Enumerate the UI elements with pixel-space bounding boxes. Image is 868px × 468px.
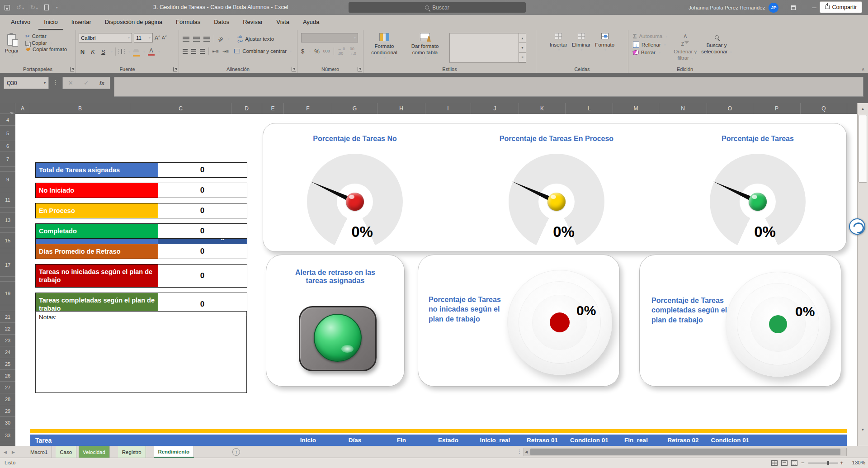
hscroll-splitter[interactable]: ⋮ — [517, 449, 522, 455]
percent-format-icon[interactable]: % — [314, 48, 320, 55]
row-header-17[interactable]: 17 — [0, 253, 15, 277]
row-header-13[interactable]: 13 — [0, 213, 15, 228]
collab-row-value[interactable]: 0 — [158, 183, 247, 198]
vertical-scroll-thumb[interactable] — [859, 115, 867, 183]
row-header-18[interactable] — [0, 277, 15, 282]
horizontal-scroll-thumb[interactable] — [530, 449, 840, 455]
menu-tab-disposición-de-página[interactable]: Disposición de página — [99, 15, 168, 30]
row-header-14[interactable] — [0, 228, 15, 233]
bottom-col-header-inicio-real[interactable]: Inicio_real — [471, 435, 519, 446]
font-name-select[interactable]: Calibri▾ — [79, 33, 132, 43]
alignment-dialog-launcher-icon[interactable] — [292, 67, 296, 71]
cell-styles-gallery[interactable]: ▲▼≡ — [449, 33, 526, 63]
sheet-tab-macro1[interactable]: Macro1 — [26, 446, 52, 458]
undo-icon[interactable]: ↺▾ — [16, 4, 24, 11]
row-header-4[interactable]: 4 — [0, 114, 15, 126]
align-center-icon[interactable] — [191, 49, 196, 54]
kpi-card-completed[interactable]: Porcentaje de Tareas completadas según e… — [639, 255, 841, 387]
collab-row-label[interactable]: Tareas no iniciadas según el plan de tra… — [35, 264, 158, 288]
row-header-15[interactable]: 15 — [0, 233, 15, 248]
ribbon-display-options-icon[interactable] — [783, 0, 804, 15]
collab-row-label[interactable]: En Proceso — [35, 203, 158, 218]
hscroll-left-icon[interactable]: ◀ — [525, 450, 528, 454]
alert-light-button[interactable] — [299, 306, 377, 371]
row-header-8[interactable] — [0, 167, 15, 172]
fill-button[interactable]: ↓Rellenar▾ — [631, 41, 669, 48]
select-all-corner[interactable] — [0, 103, 15, 114]
notes-box[interactable]: Notas: — [35, 311, 247, 393]
insert-function-icon[interactable]: fx — [99, 80, 105, 86]
collab-row-label[interactable]: Días Promedio de Retraso — [35, 244, 158, 259]
redo-icon[interactable]: ↻▾ — [30, 4, 38, 11]
search-box[interactable]: Buscar — [349, 2, 526, 13]
cut-button[interactable]: ✂Cortar — [24, 33, 69, 40]
menu-tab-vista[interactable]: Vista — [271, 15, 295, 30]
gallery-up-icon[interactable]: ▲ — [519, 33, 526, 43]
column-header-N[interactable]: N — [659, 103, 707, 114]
clipboard-dialog-launcher-icon[interactable] — [70, 67, 74, 71]
row-header-27[interactable]: 27 — [0, 382, 15, 393]
scroll-down-icon[interactable]: ▼ — [858, 424, 868, 435]
gallery-down-icon[interactable]: ▼ — [519, 43, 526, 52]
tab-scroll-right-icon[interactable]: ▶ — [12, 446, 15, 458]
new-sheet-icon[interactable]: + — [232, 448, 240, 456]
align-bottom-icon[interactable] — [203, 37, 210, 42]
row-header-16[interactable] — [0, 248, 15, 253]
avatar[interactable]: JP — [769, 3, 778, 13]
number-dialog-launcher-icon[interactable] — [358, 67, 362, 71]
italic-button[interactable]: K — [89, 48, 97, 55]
row-header-5[interactable]: 5 — [0, 126, 15, 141]
row-header-25[interactable]: 25 — [0, 358, 15, 370]
row-header-10[interactable] — [0, 187, 15, 192]
wrap-text-button[interactable]: abc↩Ajustar texto — [236, 34, 276, 44]
increase-indent-icon[interactable]: ⇥≡ — [222, 49, 229, 54]
gallery-more-icon[interactable]: ≡ — [519, 53, 526, 62]
vertical-scrollbar[interactable]: ▲ ▼ — [857, 103, 868, 446]
row-header-22[interactable]: 22 — [0, 323, 15, 335]
sheet-tab-caso[interactable]: Caso — [56, 446, 76, 458]
row-header-29[interactable]: 29 — [0, 405, 15, 417]
normal-view-icon[interactable] — [771, 460, 778, 466]
font-color-icon[interactable]: A — [148, 47, 155, 56]
page-layout-view-icon[interactable] — [781, 460, 788, 466]
column-header-M[interactable]: M — [613, 103, 659, 114]
borders-icon[interactable] — [118, 49, 125, 54]
column-header-E[interactable]: E — [262, 103, 284, 114]
number-format-select[interactable]: ▾ — [301, 33, 358, 43]
decrease-decimal-icon[interactable]: .00→.0 — [349, 47, 356, 56]
autosum-button[interactable]: ΣAutosuma▾ — [631, 32, 669, 40]
row-header-6[interactable]: 6 — [0, 141, 15, 151]
bottom-col-header-retraso-02[interactable]: Retraso 02 — [659, 435, 707, 446]
kpi-card-not-started[interactable]: Porcentaje de Tareas no inicadas según e… — [418, 255, 620, 387]
formula-bar-splitter[interactable]: ⋮ — [52, 79, 58, 85]
bottom-col-header-tarea[interactable]: Tarea — [30, 435, 130, 446]
column-header-B[interactable]: B — [30, 103, 130, 114]
format-painter-button[interactable]: Copiar formato — [24, 46, 69, 52]
bold-button[interactable]: N — [79, 48, 86, 55]
enter-icon[interactable]: ✓ — [84, 80, 89, 86]
row-header-26[interactable]: 26 — [0, 370, 15, 382]
bottom-table-header-row[interactable]: TareaInicioDíasFinEstadoInicio_realRetra… — [30, 435, 847, 446]
horizontal-scrollbar[interactable]: ◀ — [524, 448, 847, 456]
row-header-19[interactable]: 19 — [0, 282, 15, 305]
zoom-slider-thumb[interactable] — [827, 461, 829, 465]
row-header-7[interactable]: 7 — [0, 151, 15, 167]
column-header-A[interactable]: A — [15, 103, 30, 114]
bottom-col-header-fin-real[interactable]: Fin_real — [613, 435, 659, 446]
column-header-P[interactable]: P — [753, 103, 801, 114]
row-header-23[interactable]: 23 — [0, 335, 15, 346]
collab-row-value[interactable]: 0 — [158, 203, 247, 218]
tab-scroll-left-icon[interactable]: ◀ — [4, 446, 7, 458]
zoom-in-icon[interactable]: + — [840, 459, 844, 466]
collab-row-label[interactable]: Total de Tareas asignadas — [35, 162, 158, 178]
menu-tab-archivo[interactable]: Archivo — [5, 15, 36, 30]
font-dialog-launcher-icon[interactable] — [173, 67, 177, 71]
fill-color-icon[interactable] — [133, 47, 140, 57]
zoom-out-icon[interactable]: − — [801, 459, 805, 466]
column-header-Q[interactable]: Q — [801, 103, 847, 114]
sheet-tab-velocidad[interactable]: Velocidad — [79, 446, 110, 458]
account-chip[interactable]: Johanna Paola Perez Hernandez JP — [689, 0, 778, 15]
qat-customize-icon[interactable]: ▾ — [56, 5, 58, 9]
column-header-H[interactable]: H — [377, 103, 425, 114]
row-header-24[interactable]: 24 — [0, 346, 15, 358]
